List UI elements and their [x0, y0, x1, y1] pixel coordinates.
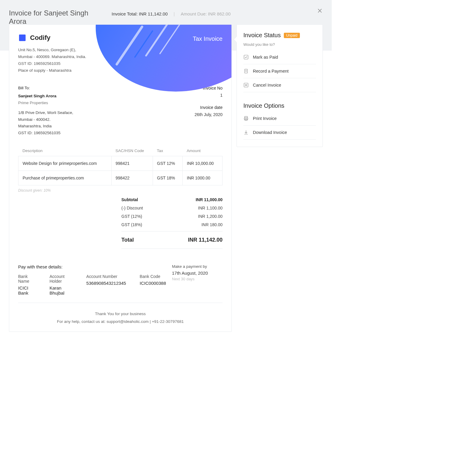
separator: | [173, 11, 175, 16]
download-icon [243, 130, 249, 135]
invoice-status-title: Invoice Status [243, 32, 281, 39]
cancel-icon [243, 82, 249, 88]
close-button[interactable] [317, 8, 323, 15]
table-row: Purchase of primeproperties.com 998422 G… [18, 171, 223, 185]
check-icon [243, 54, 249, 60]
record-payment-action[interactable]: Record a Payment [243, 64, 316, 78]
invoice-footer: Thank You for your business For any help… [9, 310, 231, 325]
receipt-icon [243, 68, 249, 74]
invoice-total: Invoice Total: INR 11,142.00 [112, 11, 167, 16]
cancel-invoice-action[interactable]: Cancel Invoice [243, 78, 316, 92]
status-badge: Unpaid [284, 33, 300, 38]
brand-logo-icon [18, 34, 26, 42]
invoice-card: Tax Invoice Codify Unit No.5, Nesco, Gor… [9, 24, 232, 332]
close-icon [317, 10, 323, 15]
payment-due: Make a payment by 17th August, 2020 Next… [172, 264, 223, 281]
col-description: Description [18, 146, 112, 156]
col-amount: Amount [183, 146, 223, 156]
svg-rect-3 [245, 116, 248, 118]
mark-as-paid-action[interactable]: Mark as Paid [243, 50, 316, 64]
sidebar: Invoice Status Unpaid Would you like to?… [237, 24, 323, 147]
line-items-table: Description SAC/HSN Code Tax Amount Webs… [18, 146, 223, 185]
download-invoice-action[interactable]: Download Invoice [243, 126, 316, 140]
brand-name: Codify [30, 34, 50, 42]
bill-to-block: Bill To: Sanjeet Singh Arora Prime Prope… [18, 85, 73, 137]
invoice-options-title: Invoice Options [243, 102, 316, 109]
totals-block: SubtotalINR 11,000.00 (-) DiscountINR 1,… [121, 196, 223, 251]
discount-note: Discount given: 10% [9, 185, 231, 196]
table-row: Website Design for primeproperties.com 9… [18, 156, 223, 171]
print-invoice-action[interactable]: Print Invoice [243, 112, 316, 126]
payment-details: Pay with these details: Bank NameICICI B… [18, 264, 166, 295]
svg-rect-0 [244, 55, 248, 59]
print-icon [243, 116, 249, 121]
amount-due: Amount Due: INR 862.00 [181, 11, 231, 16]
col-code: SAC/HSN Code [111, 146, 153, 156]
sidebar-prompt: Would you like to? [243, 42, 316, 47]
page-title: Invoice for Sanjeet Singh Arora [9, 9, 100, 26]
col-tax: Tax [153, 146, 182, 156]
seller-address: Unit No.5, Nesco, Goregaon (E), Mumbai -… [9, 42, 231, 74]
invoice-meta: Invoice No 1 Invoice date 26th July, 202… [195, 85, 223, 137]
